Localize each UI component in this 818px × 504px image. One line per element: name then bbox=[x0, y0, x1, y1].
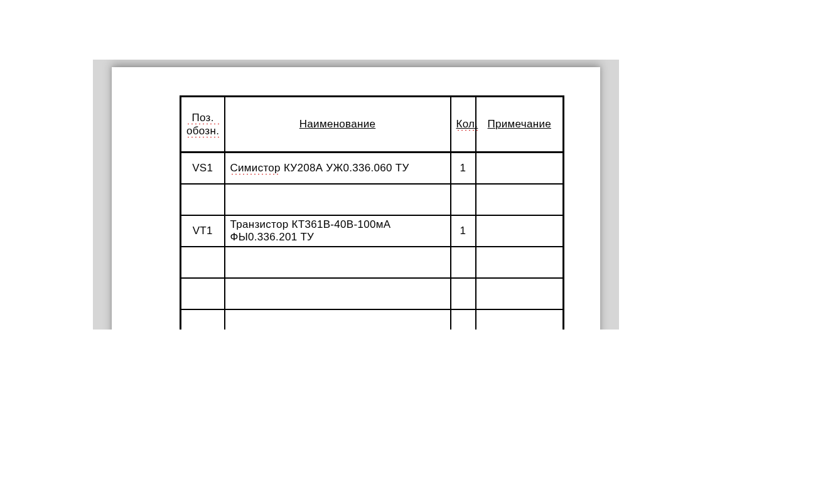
cell-name-rest: КУ208А УЖ0.336.060 ТУ bbox=[281, 162, 409, 174]
table-row bbox=[181, 309, 564, 330]
table-row: VS1 Симистор КУ208А УЖ0.336.060 ТУ 1 bbox=[181, 153, 564, 185]
cell-qty: 1 bbox=[451, 215, 476, 247]
cell-pos bbox=[181, 247, 225, 278]
cell-qty bbox=[451, 247, 476, 278]
document-page: Поз. обозн. Наименование Кол. Примечание bbox=[112, 67, 600, 330]
table-row bbox=[181, 184, 564, 215]
col-header-qty: Кол. bbox=[451, 97, 476, 153]
cell-pos bbox=[181, 184, 225, 215]
cell-pos: VT1 bbox=[181, 215, 225, 247]
cell-note bbox=[476, 215, 564, 247]
cell-name bbox=[225, 247, 451, 278]
components-table: Поз. обозн. Наименование Кол. Примечание bbox=[180, 95, 564, 330]
table-header-row: Поз. обозн. Наименование Кол. Примечание bbox=[181, 97, 564, 153]
col-header-pos-line2: обозн. bbox=[186, 124, 219, 137]
cell-name bbox=[225, 309, 451, 330]
cell-note bbox=[476, 278, 564, 309]
cell-note bbox=[476, 184, 564, 215]
cell-note bbox=[476, 247, 564, 278]
col-header-note-label: Примечание bbox=[488, 118, 551, 131]
cell-name bbox=[225, 184, 451, 215]
cell-name bbox=[225, 278, 451, 309]
cell-qty bbox=[451, 278, 476, 309]
table-row: VT1 Транзистор КТ361В-40В-100мА ФЫ0.336.… bbox=[181, 215, 564, 247]
col-header-note: Примечание bbox=[476, 97, 564, 153]
cell-name-word: Симистор bbox=[230, 162, 281, 174]
col-header-qty-label: Кол. bbox=[456, 118, 478, 131]
app-window: Поз. обозн. Наименование Кол. Примечание bbox=[93, 60, 619, 330]
col-header-name-label: Наименование bbox=[299, 118, 375, 131]
cell-name: Транзистор КТ361В-40В-100мА ФЫ0.336.201 … bbox=[225, 215, 451, 247]
cell-qty bbox=[451, 309, 476, 330]
cell-qty bbox=[451, 184, 476, 215]
cell-pos bbox=[181, 278, 225, 309]
cell-pos bbox=[181, 309, 225, 330]
table-row bbox=[181, 247, 564, 278]
cell-qty: 1 bbox=[451, 153, 476, 185]
table-row bbox=[181, 278, 564, 309]
col-header-pos-line1: Поз. bbox=[186, 111, 219, 124]
cell-note bbox=[476, 309, 564, 330]
cell-name: Симистор КУ208А УЖ0.336.060 ТУ bbox=[225, 153, 451, 185]
table-body: VS1 Симистор КУ208А УЖ0.336.060 ТУ 1 VT1… bbox=[181, 153, 564, 330]
cell-pos: VS1 bbox=[181, 153, 225, 185]
col-header-name: Наименование bbox=[225, 97, 451, 153]
col-header-pos: Поз. обозн. bbox=[181, 97, 225, 153]
cell-note bbox=[476, 153, 564, 185]
